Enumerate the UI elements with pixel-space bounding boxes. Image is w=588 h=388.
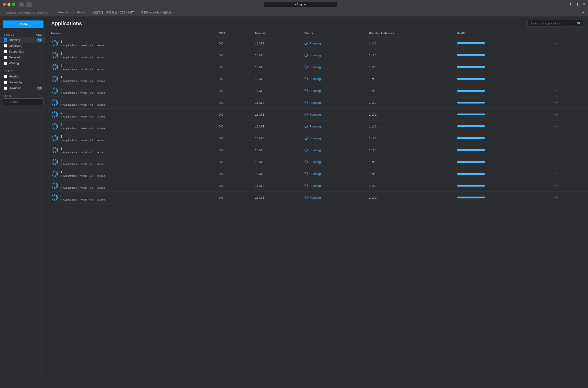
table-row[interactable]: 3 in Applications › weed › c1 › master 0… <box>47 61 588 73</box>
actions-cell[interactable]: ··· <box>549 156 588 168</box>
share-icon[interactable]: ⬆ <box>576 2 579 6</box>
sidebar-status-item[interactable]: Deploying <box>0 43 46 48</box>
app-name-cell[interactable]: 1 in Applications › weed › c1 › master <box>47 37 215 49</box>
actions-cell[interactable]: ··· <box>549 121 588 132</box>
sidebar-status-item[interactable]: Waiting <box>0 60 46 66</box>
actions-cell[interactable]: ··· <box>549 180 588 192</box>
minimize-button[interactable] <box>7 3 10 6</box>
table-row[interactable]: 1 in Applications › weed › c2 › master 0… <box>47 132 588 144</box>
table-row[interactable]: 1 in Applications › weed › c2 › volume 0… <box>47 168 588 180</box>
actions-cell[interactable]: ··· <box>549 97 588 109</box>
col-cpu[interactable]: CPU <box>215 29 251 37</box>
maximize-button[interactable] <box>12 3 15 6</box>
sidebar-status-item[interactable]: Delayed <box>0 54 46 60</box>
path-segment: c1 <box>90 79 93 82</box>
url-input[interactable] <box>263 2 338 7</box>
path-segment: weed <box>80 174 87 177</box>
sidebar-status-item[interactable]: Running 16 <box>0 37 46 43</box>
status-checkbox[interactable] <box>4 44 7 48</box>
more-button[interactable]: ··· <box>553 76 560 82</box>
search-input[interactable] <box>528 20 583 27</box>
app-name-cell[interactable]: 5 in Applications › weed › c1 › volume <box>47 121 215 132</box>
actions-cell[interactable]: ··· <box>549 85 588 97</box>
status-checkbox[interactable] <box>4 56 7 59</box>
col-status[interactable]: Status <box>301 29 365 37</box>
status-checkbox[interactable] <box>4 38 7 42</box>
status-checkbox[interactable] <box>4 62 7 65</box>
app-name-cell[interactable]: 1 in Applications › weed › c2 › master <box>47 132 215 144</box>
app-name-cell[interactable]: 4 in Applications › weed › c1 › volume <box>47 109 215 121</box>
actions-cell[interactable]: ··· <box>549 132 588 144</box>
health-checkbox[interactable] <box>4 87 7 90</box>
app-name-cell[interactable]: 2 in Applications › weed › c1 › master <box>47 49 215 61</box>
col-memory[interactable]: Memory <box>251 29 301 37</box>
col-health[interactable]: Health <box>453 29 549 37</box>
app-name-cell[interactable]: 2 in Applications › weed › c2 › volume <box>47 180 215 192</box>
sidebar-health-item[interactable]: Unhealthy <box>0 79 46 85</box>
actions-cell[interactable]: ··· <box>549 168 588 180</box>
download-icon[interactable]: ⬇ <box>569 2 572 6</box>
more-button[interactable]: ··· <box>553 183 560 188</box>
sidebar-status-item[interactable]: Suspended <box>0 48 46 54</box>
actions-cell[interactable]: ··· <box>549 61 588 73</box>
table-row[interactable]: 2 in Applications › weed › c1 › volume 0… <box>47 85 588 97</box>
actions-cell[interactable]: ··· <box>549 73 588 85</box>
more-button[interactable]: ··· <box>553 159 560 165</box>
health-checkbox[interactable] <box>4 81 7 84</box>
more-button[interactable]: ··· <box>553 88 560 94</box>
app-name-cell[interactable]: 3 in Applications › weed › c1 › volume <box>47 97 215 109</box>
create-button[interactable]: Create <box>3 21 44 28</box>
table-row[interactable]: 3 in Applications › weed › c1 › volume 0… <box>47 97 588 109</box>
table-row[interactable]: 1 in Applications › weed › c1 › volume 0… <box>47 73 588 85</box>
actions-cell[interactable]: ··· <box>549 144 588 156</box>
more-button[interactable]: ··· <box>553 99 560 105</box>
tab-item[interactable]: Mesos <box>73 9 89 16</box>
tabs-icon[interactable]: ⧉ <box>583 2 585 6</box>
app-name-cell[interactable]: 3 in Applications › weed › c1 › master <box>47 61 215 73</box>
tab-item[interactable]: 类别管理 - 博客频道 - CSDN.NET <box>89 9 138 16</box>
table-row[interactable]: 5 in Applications › weed › c1 › volume 0… <box>47 121 588 132</box>
actions-cell[interactable]: ··· <box>549 37 588 49</box>
back-button[interactable]: ‹ <box>19 2 24 7</box>
table-row[interactable]: 2 in Applications › weed › c1 › master 0… <box>47 49 588 61</box>
sidebar-health-item[interactable]: Healthy <box>0 73 46 79</box>
more-button[interactable]: ··· <box>553 40 560 46</box>
more-button[interactable]: ··· <box>553 147 560 153</box>
app-name-cell[interactable]: 1 in Applications › weed › c2 › volume <box>47 168 215 180</box>
status-checkbox[interactable] <box>4 50 7 53</box>
app-name-cell[interactable]: 2 in Applications › weed › c2 › master <box>47 144 215 156</box>
col-name[interactable]: Name ▲ <box>47 29 215 37</box>
more-button[interactable]: ··· <box>553 52 560 58</box>
more-button[interactable]: ··· <box>553 123 560 129</box>
status-clear-button[interactable]: Clear <box>36 33 43 36</box>
table-row[interactable]: 4 in Applications › weed › c1 › volume 0… <box>47 109 588 121</box>
forward-button[interactable]: › <box>26 2 32 7</box>
more-button[interactable]: ··· <box>553 111 560 117</box>
tab-seaweed[interactable]: Seaweed File System 0.69 20150413 <box>2 10 52 16</box>
close-button[interactable] <box>3 3 6 6</box>
label-input[interactable] <box>3 98 44 105</box>
app-name-cell[interactable]: 3 in Applications › weed › c2 › volume <box>47 192 215 204</box>
tab-item[interactable]: CSDN-markdown编辑器 <box>138 9 175 16</box>
more-button[interactable]: ··· <box>553 194 560 200</box>
more-button[interactable]: ··· <box>553 64 560 70</box>
app-name-cell[interactable]: 1 in Applications › weed › c1 › volume <box>47 73 215 85</box>
table-row[interactable]: 2 in Applications › weed › c2 › volume 0… <box>47 180 588 192</box>
more-button[interactable]: ··· <box>553 171 560 176</box>
actions-cell[interactable]: ··· <box>549 109 588 121</box>
actions-cell[interactable]: ··· <box>549 49 588 61</box>
more-button[interactable]: ··· <box>553 135 560 141</box>
table-row[interactable]: 2 in Applications › weed › c2 › master 0… <box>47 144 588 156</box>
app-name-cell[interactable]: 2 in Applications › weed › c1 › volume <box>47 85 215 97</box>
table-row[interactable]: 3 in Applications › weed › c2 › volume 0… <box>47 192 588 204</box>
table-row[interactable]: 1 in Applications › weed › c1 › master 0… <box>47 37 588 49</box>
app-name-cell[interactable]: 3 in Applications › weed › c2 › master <box>47 156 215 168</box>
table-row[interactable]: 3 in Applications › weed › c2 › master 0… <box>47 156 588 168</box>
sidebar-health-item[interactable]: Unknown 16 <box>0 85 46 91</box>
new-tab-button[interactable]: + <box>580 10 586 15</box>
actions-cell[interactable]: ··· <box>549 192 588 204</box>
tab-item[interactable]: Marathon <box>54 9 73 16</box>
running-icon <box>304 101 308 104</box>
health-checkbox[interactable] <box>4 75 7 78</box>
col-instances[interactable]: Running Instances <box>365 29 453 37</box>
